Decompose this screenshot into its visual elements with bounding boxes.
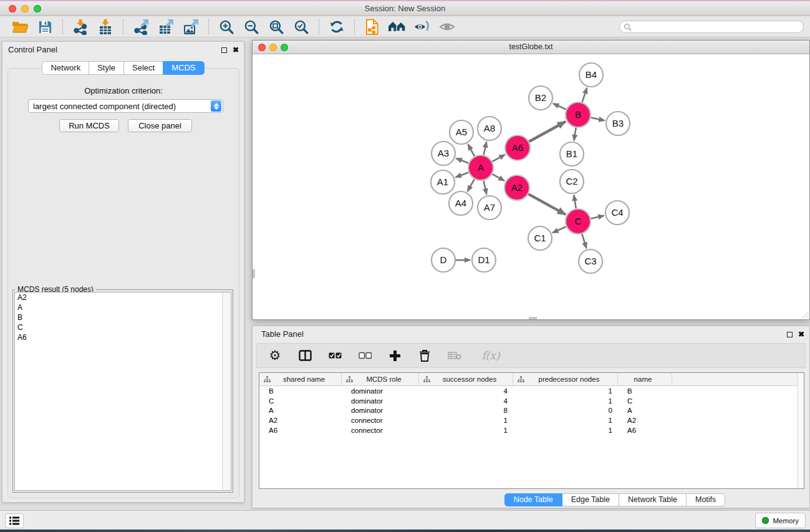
float-table-panel-icon[interactable] (787, 332, 793, 337)
cell-predecessor-nodes[interactable]: 1 (513, 427, 618, 434)
edge-A-A1[interactable] (456, 172, 469, 177)
edge-A-A8[interactable] (484, 142, 487, 155)
cell-predecessor-nodes[interactable]: 0 (513, 407, 618, 414)
result-item[interactable]: C (15, 322, 231, 332)
delete-columns-button[interactable] (417, 348, 433, 363)
node-A5[interactable]: A5 (450, 120, 473, 144)
result-item[interactable]: A2 (15, 293, 231, 302)
node-C4[interactable]: C4 (605, 201, 629, 225)
close-panel-button[interactable]: Close panel (128, 119, 192, 132)
table-scrollbar[interactable] (798, 373, 804, 488)
run-mcds-button[interactable]: Run MCDS (59, 119, 119, 132)
node-A4[interactable]: A4 (449, 191, 473, 215)
node-B3[interactable]: B3 (606, 112, 630, 135)
mcds-result-list[interactable]: A2ABCA6 (14, 292, 231, 491)
memory-button[interactable]: Memory (755, 513, 806, 528)
search-box[interactable] (619, 21, 804, 33)
show-tasks-button[interactable] (5, 513, 24, 528)
cell-predecessor-nodes[interactable]: 1 (513, 387, 618, 395)
zoom-fit-button[interactable] (264, 18, 289, 36)
cell-shared-name[interactable]: A2 (259, 417, 342, 424)
edge-A-A4[interactable] (468, 179, 475, 191)
tab-mcds[interactable]: MCDS (163, 61, 204, 75)
node-B4[interactable]: B4 (579, 63, 603, 87)
show-hide-panels-button[interactable] (385, 18, 410, 36)
export-table-button[interactable] (153, 18, 178, 36)
tab-network[interactable]: Network (42, 61, 89, 75)
deselect-all-columns-button[interactable] (357, 348, 373, 363)
save-session-button[interactable] (32, 18, 57, 36)
table-row[interactable]: A6connector11A6 (259, 425, 804, 435)
cell-name[interactable]: A (618, 407, 672, 414)
open-session-button[interactable] (7, 18, 32, 36)
edge-B-B3[interactable] (591, 117, 605, 120)
column-header-shared-name[interactable]: shared name (259, 373, 342, 385)
cell-shared-name[interactable]: A6 (259, 427, 342, 434)
import-network-button[interactable] (68, 18, 93, 36)
edge-C-C1[interactable] (552, 226, 566, 233)
edge-B-B1[interactable] (574, 128, 576, 141)
cell-successor-nodes[interactable]: 4 (419, 387, 513, 395)
cell-MCDS-role[interactable]: dominator (342, 387, 419, 395)
edge-A-A7[interactable] (483, 181, 486, 195)
cell-predecessor-nodes[interactable]: 1 (513, 417, 618, 424)
edge-C-C2[interactable] (574, 195, 576, 209)
tab-edge-table[interactable]: Edge Table (562, 493, 619, 506)
cell-predecessor-nodes[interactable]: 1 (513, 397, 618, 405)
result-scrollbar[interactable] (222, 293, 231, 490)
table-row[interactable]: Cdominator41C (259, 396, 804, 406)
result-item[interactable]: A6 (15, 332, 231, 342)
function-builder-button[interactable]: f(x) (476, 348, 505, 363)
tab-style[interactable]: Style (89, 61, 124, 75)
tab-motifs[interactable]: Motifs (686, 493, 725, 506)
cell-shared-name[interactable]: A (259, 407, 342, 414)
node-A8[interactable]: A8 (478, 117, 501, 140)
cell-name[interactable]: A2 (618, 417, 672, 424)
edge-A-A2[interactable] (492, 174, 504, 181)
export-network-button[interactable] (128, 18, 153, 36)
cell-name[interactable]: B (618, 387, 672, 395)
column-header-predecessor-nodes[interactable]: predecessor nodes (513, 373, 618, 385)
edge-A-A6[interactable] (492, 155, 504, 162)
node-A1[interactable]: A1 (431, 170, 455, 194)
search-input[interactable] (632, 22, 803, 32)
cell-successor-nodes[interactable]: 4 (419, 397, 513, 405)
node-A7[interactable]: A7 (478, 196, 501, 220)
cell-name[interactable]: C (618, 397, 672, 405)
tab-node-table[interactable]: Node Table (504, 493, 562, 506)
node-A6[interactable]: A6 (505, 135, 530, 160)
table-settings-button[interactable]: ⚙ (267, 348, 283, 363)
node-D1[interactable]: D1 (472, 248, 496, 272)
refresh-button[interactable] (324, 18, 349, 36)
node-B1[interactable]: B1 (560, 142, 584, 166)
edge-B-B4[interactable] (582, 88, 587, 102)
close-panel-icon[interactable]: ✖ (233, 47, 239, 53)
result-item[interactable]: A (15, 302, 231, 312)
node-C1[interactable]: C1 (528, 226, 552, 250)
canvas-vscroll-thumb[interactable] (253, 269, 255, 278)
edge-C-C3[interactable] (582, 234, 586, 248)
column-header-name[interactable]: name (618, 373, 672, 385)
apply-style-button[interactable] (410, 18, 435, 36)
export-image-button[interactable] (178, 18, 203, 36)
column-header-MCDS-role[interactable]: MCDS role (342, 373, 419, 385)
edge-C-C4[interactable] (591, 216, 604, 219)
cell-shared-name[interactable]: B (259, 387, 342, 395)
zoom-selected-button[interactable] (289, 18, 314, 36)
edge-A-A5[interactable] (468, 144, 475, 156)
float-panel-icon[interactable] (221, 47, 227, 53)
new-network-from-selection-button[interactable] (360, 18, 385, 36)
node-C2[interactable]: C2 (560, 170, 584, 193)
cell-successor-nodes[interactable]: 1 (419, 417, 513, 424)
import-table-button[interactable] (93, 18, 118, 36)
table-row[interactable]: A2connector11A2 (259, 415, 804, 425)
cell-shared-name[interactable]: C (259, 397, 342, 405)
tab-select[interactable]: Select (123, 61, 163, 75)
node-D[interactable]: D (432, 248, 455, 272)
edge-A-A3[interactable] (456, 158, 469, 163)
node-C3[interactable]: C3 (579, 249, 602, 273)
table-row[interactable]: Adominator80A (259, 406, 804, 416)
zoom-in-button[interactable] (214, 18, 239, 36)
node-B[interactable]: B (566, 102, 591, 127)
canvas-hscroll-thumb[interactable] (529, 317, 537, 319)
